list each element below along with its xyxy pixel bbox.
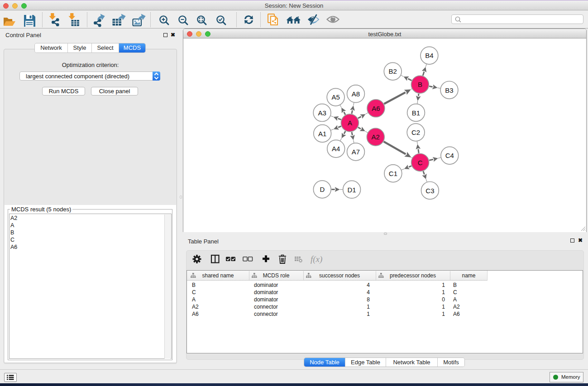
svg-text:A7: A7 [352, 148, 360, 156]
svg-text:D1: D1 [348, 186, 356, 194]
svg-text:B1: B1 [412, 109, 420, 117]
svg-text:A6: A6 [372, 105, 380, 112]
svg-text:C: C [418, 159, 423, 167]
svg-text:D: D [320, 186, 325, 193]
svg-text:A4: A4 [332, 145, 340, 152]
svg-text:C3: C3 [425, 187, 434, 195]
svg-text:A3: A3 [318, 109, 326, 117]
svg-text:B: B [418, 81, 422, 88]
svg-text:A5: A5 [331, 93, 339, 101]
svg-text:B3: B3 [445, 86, 453, 94]
svg-text:A1: A1 [318, 130, 326, 138]
svg-text:B4: B4 [425, 52, 433, 59]
svg-text:f(x): f(x) [311, 254, 322, 264]
svg-text:B2: B2 [389, 67, 397, 75]
svg-text:C2: C2 [411, 129, 420, 136]
svg-text:A8: A8 [352, 90, 360, 98]
svg-text:A2: A2 [372, 133, 380, 141]
svg-text:C4: C4 [445, 152, 454, 159]
svg-text:A: A [348, 119, 352, 127]
svg-text:C1: C1 [389, 170, 397, 177]
